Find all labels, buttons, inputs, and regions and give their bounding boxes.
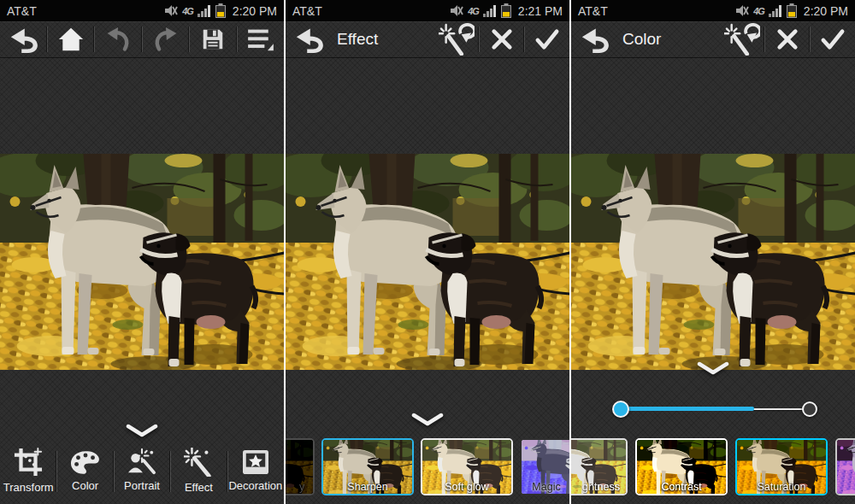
tab-color[interactable]: Color — [56, 442, 113, 504]
network-4g-icon: 4G — [753, 6, 764, 16]
slider-end-handle[interactable] — [802, 401, 817, 417]
triple-screenshot-strip: AT&T 4G 2:20 PM — [0, 0, 855, 504]
dogs-photo — [571, 154, 855, 370]
effect-thumb-partial[interactable]: y — [286, 438, 315, 495]
cancel-icon — [491, 28, 513, 50]
collapse-slider-chevron[interactable] — [696, 361, 730, 378]
back-button[interactable] — [571, 21, 617, 57]
home-button[interactable] — [48, 21, 95, 57]
back-button[interactable] — [286, 21, 332, 57]
back-icon — [579, 26, 610, 53]
screen-effect: AT&T 4G 2:21 PM Effect — [286, 0, 569, 504]
effect-header: Effect — [286, 21, 569, 58]
reset-adjust-button[interactable] — [720, 21, 764, 57]
cancel-button[interactable] — [765, 21, 810, 57]
status-bar: AT&T 4G 2:20 PM — [0, 0, 284, 21]
undo-button[interactable] — [95, 21, 142, 57]
page-title: Effect — [337, 30, 378, 49]
signal-bars-icon — [483, 5, 497, 17]
mute-icon — [164, 5, 178, 16]
mute-icon — [735, 5, 749, 16]
photo-canvas — [571, 154, 855, 370]
clock-label: 2:20 PM — [233, 4, 277, 18]
tab-portrait[interactable]: Portrait — [114, 442, 170, 504]
color-thumb-brightness[interactable]: ghtness — [571, 438, 628, 495]
saturation-slider — [571, 398, 855, 420]
color-header: Color — [571, 21, 855, 58]
tab-effect[interactable]: Effect — [170, 442, 227, 504]
clock-label: 2:21 PM — [518, 4, 563, 18]
wand-reset-icon — [724, 23, 760, 56]
color-thumb-partial[interactable] — [835, 438, 855, 495]
tab-label: Portrait — [124, 479, 160, 492]
collapse-thumbnails-chevron[interactable] — [410, 413, 445, 430]
back-icon — [293, 26, 324, 53]
battery-icon — [215, 3, 226, 18]
adjust-preview — [637, 440, 726, 494]
status-bar: AT&T 4G 2:20 PM — [571, 0, 855, 21]
chevron-down-icon — [696, 361, 730, 375]
effect-preview — [323, 440, 412, 494]
battery-icon — [787, 3, 797, 18]
portrait-wand-icon — [127, 448, 157, 475]
color-thumb-saturation[interactable]: Saturation — [735, 438, 828, 495]
tab-decoration[interactable]: Decoration — [227, 442, 284, 504]
framed-star-icon — [242, 449, 269, 475]
adjust-preview — [571, 440, 626, 494]
cancel-icon — [776, 28, 799, 50]
page-title: Color — [622, 30, 661, 49]
signal-bars-icon — [198, 5, 211, 17]
carrier-label: AT&T — [7, 4, 37, 18]
status-bar: AT&T 4G 2:21 PM — [286, 0, 569, 21]
color-thumbnail-list: ghtness Contrast Saturation — [571, 438, 855, 495]
network-4g-icon: 4G — [182, 6, 193, 16]
dogs-photo — [286, 154, 569, 370]
screen-home: AT&T 4G 2:20 PM — [0, 0, 284, 504]
redo-button[interactable] — [143, 21, 190, 57]
tab-label: Effect — [185, 481, 213, 494]
redo-icon — [153, 26, 179, 52]
magic-wand-icon — [184, 448, 213, 477]
signal-bars-icon — [769, 5, 782, 17]
adjust-preview — [737, 440, 826, 494]
confirm-button[interactable] — [525, 21, 569, 57]
back-button[interactable] — [0, 21, 47, 57]
mute-icon — [450, 5, 463, 16]
clock-label: 2:20 PM — [804, 4, 848, 18]
save-icon — [200, 26, 226, 52]
color-thumb-contrast[interactable]: Contrast — [635, 438, 728, 495]
photo-canvas — [0, 154, 284, 370]
editor-toolbar — [0, 21, 284, 58]
edit-category-bar: Transform Color Portrait Effect Decorati… — [0, 442, 284, 504]
effect-thumb-sharpen[interactable]: Sharpen — [321, 438, 414, 495]
chevron-down-icon — [410, 413, 445, 426]
reset-effect-button[interactable] — [434, 21, 479, 57]
tab-transform[interactable]: Transform — [0, 442, 56, 504]
effect-preview — [522, 440, 569, 494]
palette-icon — [70, 450, 101, 475]
slider-fill — [621, 407, 754, 411]
effect-preview — [422, 440, 511, 494]
adjust-preview — [837, 440, 855, 494]
effect-thumbnail-list: y Sharpen Soft glow Magic — [286, 438, 569, 495]
confirm-button[interactable] — [811, 21, 855, 57]
save-button[interactable] — [190, 21, 237, 57]
slider-handle[interactable] — [612, 401, 629, 418]
battery-icon — [501, 3, 511, 18]
undo-icon — [105, 26, 131, 52]
effect-thumb-soft-glow[interactable]: Soft glow — [421, 438, 513, 495]
carrier-label: AT&T — [292, 4, 322, 18]
effect-preview — [286, 440, 313, 494]
network-4g-icon: 4G — [468, 6, 479, 16]
collapse-toolbar-chevron[interactable] — [125, 424, 159, 441]
crop-transform-icon — [14, 448, 43, 477]
confirm-icon — [534, 28, 560, 50]
cancel-button[interactable] — [480, 21, 524, 57]
confirm-icon — [820, 28, 846, 50]
tab-label: Color — [72, 479, 98, 492]
tab-label: Decoration — [228, 479, 282, 492]
back-icon — [8, 26, 38, 53]
menu-button[interactable] — [238, 21, 285, 57]
effect-thumb-magic[interactable]: Magic — [520, 438, 569, 495]
carrier-label: AT&T — [578, 4, 608, 18]
